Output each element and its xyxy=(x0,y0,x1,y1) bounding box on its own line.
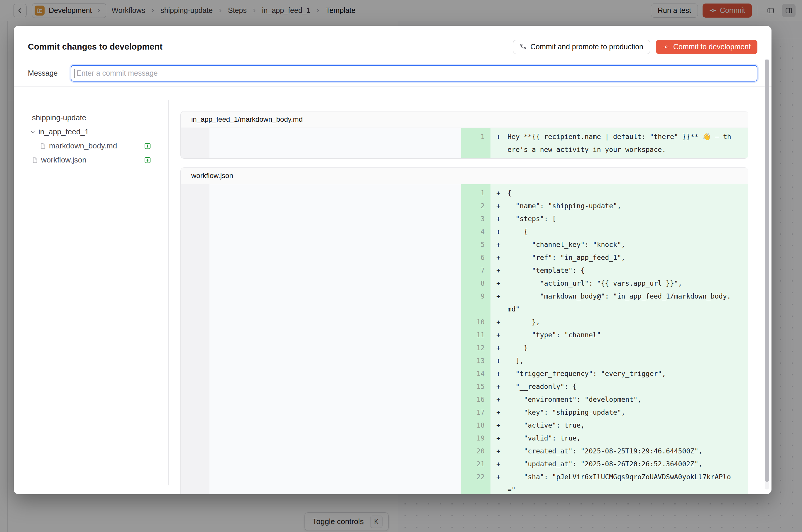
diff-plus-marker: + xyxy=(496,290,507,303)
diff-plus-marker: + xyxy=(496,367,507,380)
file-diff-panel: in_app_feed_1/markdown_body.md1+Hey **{{… xyxy=(181,111,748,159)
diff-plus-marker: + xyxy=(496,238,507,251)
diff-row: 21+ "updated_at": "2025-08-26T20:26:52.3… xyxy=(181,457,748,470)
added-line-text: "environment": "development", xyxy=(507,393,733,406)
diff-row: 13+ ], xyxy=(181,354,748,367)
tree-item-markdown-body[interactable]: markdown_body.md xyxy=(14,139,169,153)
line-number: 17 xyxy=(181,406,490,419)
diff-plus-marker: + xyxy=(496,457,507,470)
diff-row: 10+ }, xyxy=(181,316,748,328)
added-line-text: } xyxy=(507,341,733,354)
diff-row: 4+ { xyxy=(181,225,748,238)
diff-plus-marker: + xyxy=(496,341,507,354)
diff-plus-marker: + xyxy=(496,187,507,200)
added-line: + }, xyxy=(490,316,748,328)
diff-plus-marker: + xyxy=(496,406,507,419)
added-line: + "updated_at": "2025-08-26T20:26:52.364… xyxy=(490,457,748,470)
line-number: 4 xyxy=(181,225,490,238)
tree-item-workflow-json[interactable]: workflow.json xyxy=(14,153,169,167)
diff-row: 7+ "template": { xyxy=(181,264,748,277)
line-number: 1 xyxy=(181,187,490,200)
line-number: 14 xyxy=(181,367,490,380)
added-line-text: ], xyxy=(507,354,733,367)
file-name-label: markdown_body.md xyxy=(49,141,117,150)
commit-icon xyxy=(663,43,670,51)
added-line: + "name": "shipping-update", xyxy=(490,200,748,212)
added-line: + "key": "shipping-update", xyxy=(490,406,748,419)
diff-row: 1+{ xyxy=(181,187,748,200)
diff-plus-marker: + xyxy=(496,444,507,457)
diff-row: 11+ "type": "channel" xyxy=(181,328,748,341)
modal-title: Commit changes to development xyxy=(28,42,163,52)
added-line-text: { xyxy=(507,225,733,238)
diff-row: 20+ "created_at": "2025-08-25T19:29:46.6… xyxy=(181,444,748,457)
added-line-text: Hey **{{ recipient.name | default: "ther… xyxy=(507,130,733,156)
modal-scrollbar-thumb[interactable] xyxy=(765,59,769,482)
diff-row: 19+ "valid": true, xyxy=(181,432,748,444)
diff-plus-marker: + xyxy=(496,432,507,444)
line-number: 7 xyxy=(181,264,490,277)
commit-and-promote-button[interactable]: Commit and promote to production xyxy=(513,40,650,54)
added-line-text: "key": "shipping-update", xyxy=(507,406,733,419)
diff-row: 9+ "markdown_body@": "in_app_feed_1/mark… xyxy=(181,290,748,316)
tree-indent-guide xyxy=(48,209,48,232)
added-line-text: "channel_key": "knock", xyxy=(507,238,733,251)
commit-and-promote-label: Commit and promote to production xyxy=(530,42,643,51)
line-number: 18 xyxy=(181,419,490,432)
line-number: 12 xyxy=(181,341,490,354)
diff-plus-marker: + xyxy=(496,316,507,328)
line-number: 20 xyxy=(181,444,490,457)
diff-filename: workflow.json xyxy=(191,172,233,180)
diff-row: 1+Hey **{{ recipient.name | default: "th… xyxy=(181,130,748,156)
added-line-text: "updated_at": "2025-08-26T20:26:52.36400… xyxy=(507,457,733,470)
added-line: + "active": true, xyxy=(490,419,748,432)
line-number: 9 xyxy=(181,290,490,303)
diff-plus-marker: + xyxy=(496,328,507,341)
line-number: 2 xyxy=(181,200,490,212)
diff-row: 5+ "channel_key": "knock", xyxy=(181,238,748,251)
line-number: 19 xyxy=(181,432,490,444)
line-number: 3 xyxy=(181,212,490,225)
added-line-text: "action_url": "{{ vars.app_url }}", xyxy=(507,277,733,290)
diff-plus-marker: + xyxy=(496,251,507,264)
line-number: 21 xyxy=(181,457,490,470)
diff-added-icon[interactable] xyxy=(144,156,151,164)
chevron-down-icon xyxy=(30,129,36,135)
line-number: 5 xyxy=(181,238,490,251)
added-line: + { xyxy=(490,225,748,238)
added-line: + "__readonly": { xyxy=(490,380,748,393)
added-line: + "valid": true, xyxy=(490,432,748,444)
line-number: 8 xyxy=(181,277,490,290)
added-line-text: "valid": true, xyxy=(507,432,733,444)
added-line: + "channel_key": "knock", xyxy=(490,238,748,251)
diff-added-icon[interactable] xyxy=(144,142,151,150)
diff-body: 1+{2+ "name": "shipping-update",3+ "step… xyxy=(181,184,748,494)
tree-item-workflow-root[interactable]: shipping-update xyxy=(14,111,169,125)
diff-row: 22+ "sha": "pJeLVir6xIlUCMGqs9qroZoUAVDS… xyxy=(181,470,748,494)
line-number: 16 xyxy=(181,393,490,406)
file-icon xyxy=(32,157,38,163)
diff-plus-marker: + xyxy=(496,393,507,406)
added-line: + "markdown_body@": "in_app_feed_1/markd… xyxy=(490,290,748,316)
tree-item-step-group[interactable]: in_app_feed_1 xyxy=(14,125,169,139)
diff-filename: in_app_feed_1/markdown_body.md xyxy=(191,115,303,124)
line-number: 6 xyxy=(181,251,490,264)
added-line-text: "active": true, xyxy=(507,419,733,432)
diff-row: 12+ } xyxy=(181,341,748,354)
commit-message-input[interactable] xyxy=(71,65,758,81)
diff-plus-marker: + xyxy=(496,264,507,277)
changed-files-tree: shipping-update in_app_feed_1 markdown_b… xyxy=(14,87,169,494)
diff-row: 2+ "name": "shipping-update", xyxy=(181,200,748,212)
diff-file-header: in_app_feed_1/markdown_body.md xyxy=(181,111,748,128)
added-line: + "type": "channel" xyxy=(490,328,748,341)
diff-row: 6+ "ref": "in_app_feed_1", xyxy=(181,251,748,264)
commit-to-development-button[interactable]: Commit to development xyxy=(656,40,758,54)
diff-list: in_app_feed_1/markdown_body.md1+Hey **{{… xyxy=(169,87,771,494)
step-group-label: in_app_feed_1 xyxy=(38,127,89,136)
added-line: + "environment": "development", xyxy=(490,393,748,406)
file-icon xyxy=(40,143,46,149)
message-label: Message xyxy=(28,69,71,77)
added-line-text: "template": { xyxy=(507,264,733,277)
added-line-text: "__readonly": { xyxy=(507,380,733,393)
modal-header: Commit changes to development Commit and… xyxy=(14,26,771,87)
